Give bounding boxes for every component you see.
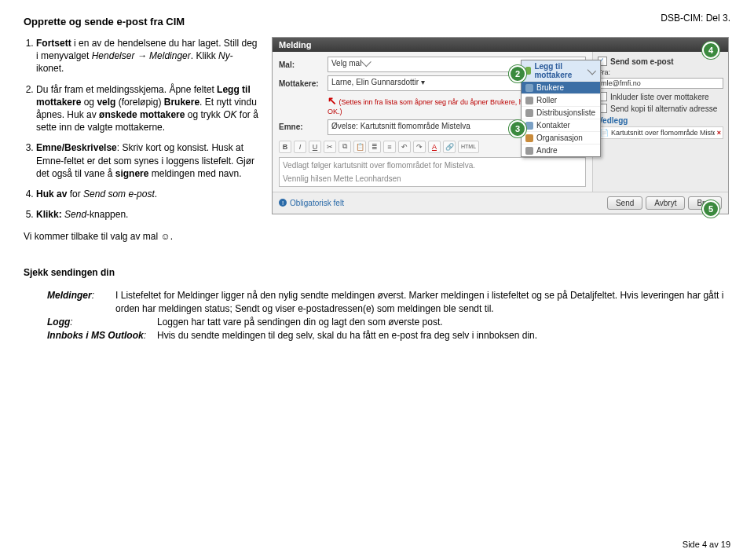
instruction-column: Fortsett i en av de hendelsene du har la… bbox=[24, 37, 259, 252]
menu-item-andre[interactable]: Andre bbox=[522, 144, 600, 156]
chevron-down-icon bbox=[361, 57, 372, 67]
redo-icon[interactable]: ↷ bbox=[413, 141, 426, 153]
check-list: Meldinger:I Listefeltet for Meldinger li… bbox=[24, 289, 730, 342]
step-5: Klikk: Send-knappen. bbox=[36, 208, 259, 221]
menu-item-brukere[interactable]: Brukere bbox=[522, 81, 600, 93]
copy-icon[interactable]: ⧉ bbox=[339, 141, 351, 153]
step-3: Emne/Beskrivelse: Skriv kort og konsist.… bbox=[36, 141, 259, 180]
plus-icon bbox=[525, 67, 531, 75]
legg-til-mottakere-menu[interactable]: Legg til mottakere Brukere Roller Distri… bbox=[521, 60, 601, 157]
screenshot: Melding Mal:Velg mal Mottakere:Larne, El… bbox=[272, 37, 729, 214]
contacts-icon bbox=[525, 122, 533, 130]
label-vedlegg: Vedlegg bbox=[598, 116, 723, 125]
editor-body[interactable]: Vedlagt følger kartutsnitt over flomområ… bbox=[279, 157, 586, 187]
callout-3: 3 bbox=[509, 120, 526, 137]
callout-2: 2 bbox=[509, 65, 526, 82]
menu-item-roller[interactable]: Roller bbox=[522, 93, 600, 106]
obligatory-hint: !Obligatorisk felt bbox=[279, 199, 344, 207]
user-icon bbox=[525, 84, 533, 92]
textcolor-icon[interactable]: A bbox=[428, 141, 441, 153]
field-fra[interactable]: mle@fmfi.no bbox=[598, 78, 723, 89]
menu-item-kontakter[interactable]: Kontakter bbox=[522, 119, 600, 131]
role-icon bbox=[525, 97, 533, 104]
menu-header[interactable]: Legg til mottakere bbox=[522, 60, 600, 81]
html-icon[interactable]: HTML bbox=[458, 141, 479, 153]
step-4: Huk av for Send som e-post. bbox=[36, 188, 259, 200]
page-footer: Side 4 av 19 bbox=[683, 540, 730, 549]
file-icon: 📄 bbox=[600, 129, 609, 137]
label-emne: Emne: bbox=[279, 123, 323, 131]
numlist-icon[interactable]: ≡ bbox=[383, 141, 396, 153]
chk-send-epost[interactable]: Send som e-post bbox=[598, 57, 723, 66]
avbryt-button[interactable]: Avbryt bbox=[646, 196, 685, 210]
list-icon bbox=[525, 109, 533, 117]
link-icon[interactable]: 🔗 bbox=[443, 141, 456, 153]
org-icon bbox=[525, 134, 533, 142]
menu-item-distribusjonsliste[interactable]: Distribusjonsliste bbox=[522, 106, 600, 119]
check-title: Sjekk sendingen din bbox=[24, 267, 115, 278]
callout-4: 4 bbox=[702, 42, 719, 59]
page-title: Opprette og sende e-post fra CIM bbox=[24, 16, 730, 27]
check-logg: Logg:Loggen har tatt vare på sendingen d… bbox=[47, 316, 730, 329]
cut-icon[interactable]: ✂ bbox=[324, 141, 336, 153]
window-title: Melding bbox=[273, 38, 728, 52]
chk-liste[interactable]: Inkluder liste over mottakere bbox=[598, 92, 723, 101]
callout-5: 5 bbox=[702, 200, 719, 218]
bold-icon[interactable]: B bbox=[279, 141, 291, 153]
close-icon[interactable]: × bbox=[717, 129, 721, 137]
chk-kopi[interactable]: Send kopi til alternativ adresse bbox=[598, 104, 723, 113]
label-mal: Mal: bbox=[279, 60, 323, 69]
paste-icon[interactable]: 📋 bbox=[353, 141, 366, 153]
step-2: Du får fram et meldingsskjema. Åpne felt… bbox=[36, 83, 259, 134]
undo-icon[interactable]: ↶ bbox=[398, 141, 411, 153]
italic-icon[interactable]: I bbox=[294, 141, 306, 153]
chevron-down-icon bbox=[587, 66, 596, 75]
doc-ref: DSB-CIM: Del 3. bbox=[661, 13, 730, 24]
label-mottakere: Mottakere: bbox=[279, 79, 323, 88]
step-1: Fortsett i en av de hendelsene du har la… bbox=[36, 37, 259, 75]
info-icon: ! bbox=[279, 199, 287, 207]
check-meldinger: Meldinger:I Listefeltet for Meldinger li… bbox=[47, 289, 730, 316]
check-innboks: Innboks i MS Outlook:Hvis du sendte meld… bbox=[47, 329, 730, 342]
send-button[interactable]: Send bbox=[607, 196, 642, 210]
underline-icon[interactable]: U bbox=[309, 141, 321, 153]
attachment[interactable]: 📄Kartutsnitt over flomområde Mistelva.do… bbox=[598, 126, 723, 139]
other-icon bbox=[525, 147, 533, 155]
menu-item-organisasjon[interactable]: Organisasjon bbox=[522, 131, 600, 144]
list-icon[interactable]: ≣ bbox=[368, 141, 381, 153]
screenshot-annotation: Melding Mal:Velg mal Mottakere:Larne, El… bbox=[272, 37, 730, 252]
label-fra: Fra: bbox=[598, 68, 723, 76]
post-note: Vi kommer tilbake til valg av mal ☺. bbox=[24, 230, 259, 243]
